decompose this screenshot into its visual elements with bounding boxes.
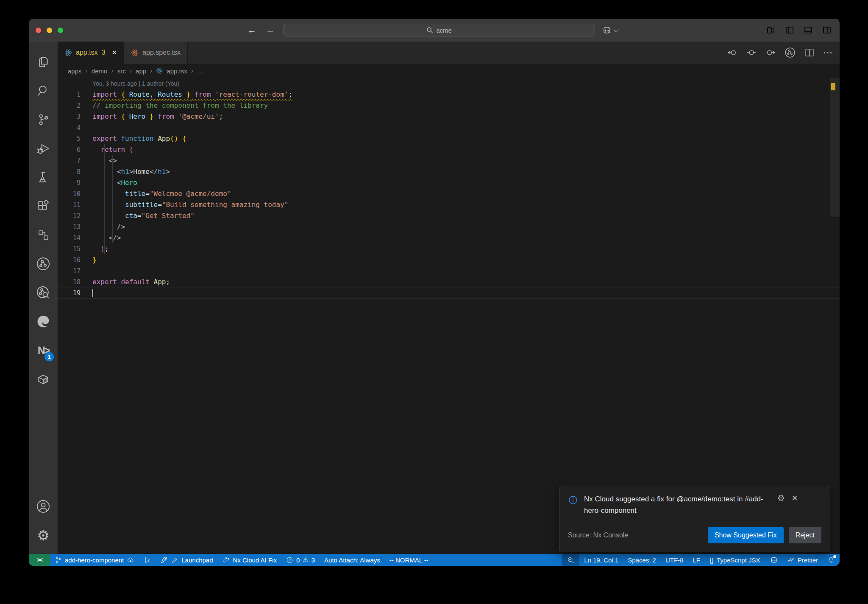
- breadcrumb-item[interactable]: src: [117, 67, 126, 75]
- line-number: 15: [58, 243, 81, 254]
- code-line[interactable]: 11 subtitle="Build something amazing tod…: [58, 199, 840, 210]
- show-suggested-fix-button[interactable]: Show Suggested Fix: [708, 527, 784, 543]
- code-line[interactable]: 15 );: [58, 243, 840, 254]
- eol-item[interactable]: LF: [688, 554, 705, 566]
- react-icon: [64, 49, 72, 56]
- launchpad-item[interactable]: Launchpad: [156, 554, 217, 566]
- more-actions-icon[interactable]: ⋯: [823, 47, 833, 58]
- tab-app-tsx[interactable]: app.tsx 3 ✕: [58, 42, 124, 64]
- commit-graph-icon: [144, 556, 151, 564]
- command-center-search[interactable]: acme: [283, 24, 595, 36]
- copilot-menu-button[interactable]: [602, 24, 618, 36]
- nx-graph-explorer-icon[interactable]: [29, 278, 58, 307]
- info-icon: [568, 495, 578, 505]
- code-line[interactable]: 10 title="Welcmoe @acme/demo": [58, 188, 840, 199]
- search-sidebar-icon[interactable]: [29, 76, 58, 105]
- containers-icon[interactable]: [29, 365, 58, 394]
- previous-change-icon[interactable]: [727, 47, 738, 58]
- vim-mode-item[interactable]: -- NORMAL --: [385, 554, 433, 566]
- maximize-window-button[interactable]: [58, 28, 63, 33]
- code-line[interactable]: 12 cta="Get Started": [58, 210, 840, 221]
- toggle-panel-icon[interactable]: [803, 25, 813, 35]
- code-line[interactable]: 8 <h1>Home</h1>: [58, 166, 840, 177]
- line-number: 18: [58, 277, 81, 288]
- nx-project-graph-icon[interactable]: [29, 249, 58, 278]
- run-target-icon[interactable]: [784, 47, 796, 59]
- testing-icon[interactable]: [29, 163, 58, 192]
- code-line[interactable]: 16}: [58, 254, 840, 266]
- scrollbar-slider[interactable]: [830, 78, 840, 217]
- breadcrumb-item[interactable]: demo: [92, 67, 108, 75]
- code-line[interactable]: 7 <>: [58, 155, 840, 166]
- customize-layout-icon[interactable]: [766, 25, 776, 35]
- notification-close-icon[interactable]: ✕: [792, 495, 798, 502]
- line-number: 16: [58, 254, 81, 266]
- problems-item[interactable]: 0 ⚠ 3: [281, 554, 320, 566]
- code-line[interactable]: 6 return (: [58, 144, 840, 155]
- edge-browser-icon[interactable]: [29, 307, 58, 336]
- remote-indicator[interactable]: ><: [29, 554, 50, 566]
- navigate-forward-icon[interactable]: →: [266, 25, 275, 35]
- cursor-position-item[interactable]: Ln 19, Col 1: [579, 554, 623, 566]
- breadcrumb-symbol-ellipsis[interactable]: …: [197, 67, 203, 75]
- tab-label: app.spec.tsx: [142, 49, 181, 56]
- tab-app-spec-tsx[interactable]: app.spec.tsx: [124, 42, 188, 64]
- code-line[interactable]: 9 <Hero: [58, 177, 840, 188]
- navigate-back-icon[interactable]: ←: [247, 25, 256, 35]
- code-line[interactable]: 18export default App;: [58, 277, 840, 288]
- code-editor[interactable]: You, 3 hours ago | 1 author (You) 1impor…: [58, 78, 840, 554]
- minimize-window-button[interactable]: [47, 28, 52, 33]
- close-window-button[interactable]: [36, 28, 41, 33]
- run-debug-icon[interactable]: [29, 134, 58, 163]
- line-number: 13: [58, 221, 81, 232]
- git-branch-item[interactable]: add-hero-component: [50, 554, 139, 566]
- settings-gear-icon[interactable]: ⚙: [29, 521, 58, 550]
- split-editor-icon[interactable]: [804, 47, 815, 58]
- references-icon[interactable]: [29, 221, 58, 249]
- scrollbar[interactable]: [830, 78, 840, 554]
- breadcrumb-item[interactable]: app.tsx: [167, 67, 187, 75]
- breadcrumb-item[interactable]: app: [136, 67, 146, 75]
- tab-label: app.tsx: [76, 49, 98, 56]
- tab-problems-badge: 3: [102, 49, 106, 56]
- code-line[interactable]: 1import { Route, Routes } from 'react-ro…: [58, 89, 840, 100]
- reject-button[interactable]: Reject: [789, 527, 821, 543]
- change-node-icon[interactable]: [746, 47, 757, 58]
- auto-attach-item[interactable]: Auto Attach: Always: [320, 554, 385, 566]
- extensions-icon[interactable]: [29, 192, 58, 221]
- indentation-item[interactable]: Spaces: 2: [623, 554, 661, 566]
- code-line[interactable]: 17: [58, 266, 840, 277]
- breadcrumb-item[interactable]: apps: [68, 67, 82, 75]
- notifications-item[interactable]: [823, 554, 840, 566]
- code-line[interactable]: 5export function App() {: [58, 133, 840, 144]
- code-line[interactable]: 19: [58, 288, 840, 299]
- code-line[interactable]: 3import { Hero } from '@acme/ui';: [58, 111, 840, 122]
- line-number: 4: [58, 122, 81, 133]
- source-control-icon[interactable]: [29, 105, 58, 134]
- explorer-icon[interactable]: [29, 48, 58, 76]
- line-number: 9: [58, 177, 81, 188]
- code-line[interactable]: 14 </>: [58, 232, 840, 243]
- toggle-primary-sidebar-icon[interactable]: [785, 25, 795, 35]
- close-tab-icon[interactable]: ✕: [112, 49, 117, 56]
- encoding-item[interactable]: UTF-8: [661, 554, 688, 566]
- next-change-icon[interactable]: [765, 47, 776, 58]
- notification-settings-icon[interactable]: ⚙: [777, 494, 785, 502]
- nx-console-icon[interactable]: N> 1: [29, 336, 58, 365]
- code-line[interactable]: 2// importing the component from the lib…: [58, 100, 840, 111]
- code-line[interactable]: 13 />: [58, 221, 840, 232]
- toggle-secondary-sidebar-icon[interactable]: [822, 25, 832, 35]
- language-mode-item[interactable]: {} TypeScript JSX: [705, 554, 765, 566]
- react-icon: [156, 67, 163, 74]
- account-icon[interactable]: [29, 492, 58, 521]
- formatter-item[interactable]: ✓✓ Prettier: [783, 554, 823, 566]
- screen: ← → acme: [0, 0, 868, 604]
- copilot-status-item[interactable]: [765, 554, 783, 566]
- chevron-down-icon: [614, 27, 619, 32]
- zoom-indicator-item[interactable]: [562, 554, 579, 566]
- notification-dot: [833, 555, 836, 558]
- git-branch-icon: [55, 556, 62, 564]
- nx-cloud-ai-fix-item[interactable]: Nx Cloud AI Fix: [218, 554, 281, 566]
- commit-graph-item[interactable]: [139, 554, 156, 566]
- code-line[interactable]: 4: [58, 122, 840, 133]
